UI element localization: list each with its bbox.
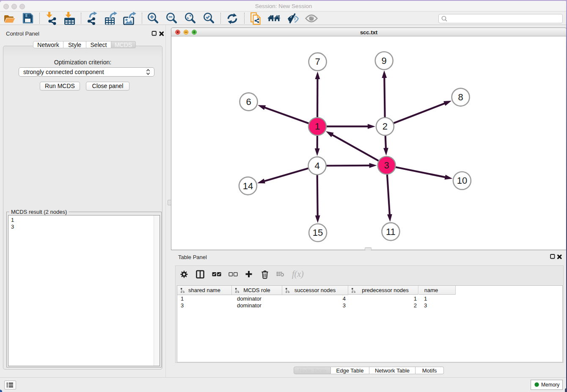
svg-text:9: 9 — [382, 55, 387, 66]
svg-text:f(x): f(x) — [292, 270, 304, 279]
svg-text:7: 7 — [315, 56, 320, 67]
svg-text:14: 14 — [243, 181, 253, 191]
svg-text:6: 6 — [246, 97, 251, 107]
svg-text:8: 8 — [458, 92, 463, 102]
svg-text:2: 2 — [383, 121, 388, 132]
svg-text:10: 10 — [457, 175, 467, 186]
svg-text:4: 4 — [314, 160, 319, 171]
svg-text:15: 15 — [313, 227, 323, 238]
svg-text:3: 3 — [384, 160, 389, 171]
svg-text:1: 1 — [315, 121, 320, 132]
svg-text:11: 11 — [386, 226, 396, 237]
